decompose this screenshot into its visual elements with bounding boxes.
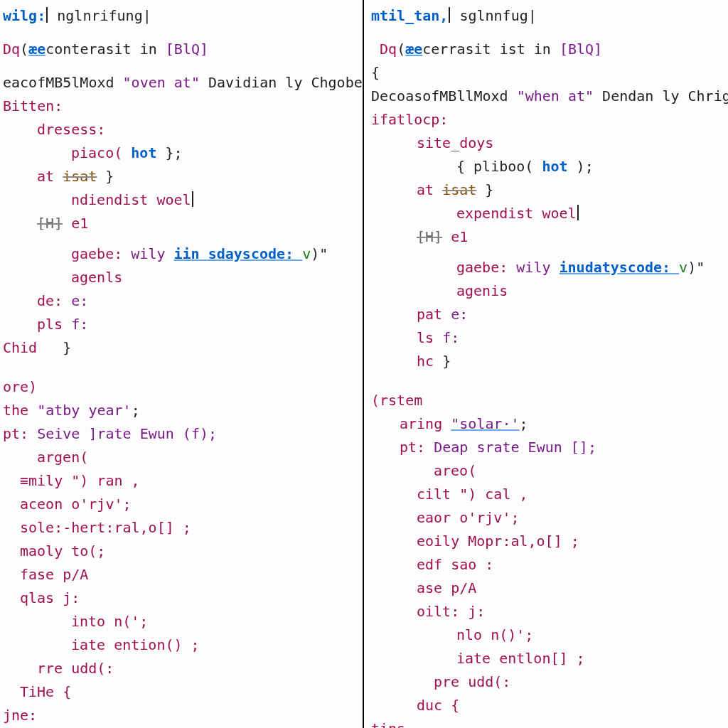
tok: de: [37, 292, 71, 309]
tok: aceon o'rjv'; [20, 496, 132, 513]
tok: )" [687, 259, 705, 276]
decl-keyword: Dq [380, 41, 397, 58]
path-a: DecoasofMBllMoxd [371, 87, 517, 105]
tok: at [37, 168, 63, 185]
code-line: agenls [3, 266, 360, 289]
tok: f: [442, 329, 459, 346]
tok: e1 [71, 215, 88, 232]
tok: eoily Mopr:al,o[] ; [417, 532, 579, 550]
link-token[interactable]: æe [28, 41, 46, 58]
code-line: nlo n()'; [371, 623, 725, 647]
link-token[interactable]: inudatyscode: [560, 259, 680, 276]
code-line: jne: [3, 704, 360, 727]
sect2-label: dresess: [3, 121, 105, 138]
cursor-icon [46, 7, 48, 23]
path-a: eacofMB5lMoxd [3, 74, 123, 91]
title-keyword: wilg: [3, 7, 46, 24]
decl-box: [BlQ] [560, 41, 602, 58]
code-line: duc { [371, 694, 725, 717]
decl-mid: conterasit in [46, 41, 166, 58]
diff-pane-right[interactable]: mtil_tan, sglnnfug| Dq(æecerrasit ist in… [364, 0, 728, 728]
tok: v [679, 259, 687, 276]
code-line: pt: Seive ]rate Ewun (f); [3, 422, 360, 446]
code-line: cilt ") cal , [371, 483, 725, 506]
code-line: sole:-hert:ral,o[] ; [3, 516, 360, 540]
title-rest: sglnnfug| [451, 7, 536, 24]
tok: pt: [400, 439, 434, 456]
tok: ); [568, 158, 594, 175]
tok: duc { [417, 697, 459, 714]
code-line: gaebe: wily inudatyscode: v)" [371, 256, 725, 279]
sect1-label: ifatlocp: [371, 111, 448, 128]
code-line: ore) [3, 375, 360, 399]
title-rest: nglnrifung| [48, 7, 151, 24]
tok: "atby year' [37, 402, 131, 419]
tok: [H] [417, 228, 442, 245]
code-line: pre udd(: [371, 670, 725, 694]
tok: ore) [3, 378, 37, 395]
code-line: agenis [371, 279, 725, 303]
code-line: expendist woel [371, 202, 725, 225]
tok: qlas j: [20, 589, 80, 606]
link-token[interactable]: æe [405, 41, 422, 58]
tok [442, 228, 451, 245]
code-line: fase p/A [3, 563, 360, 587]
tok: into n('; [71, 613, 148, 630]
diff-pane-left[interactable]: wilg: nglnrifung| Dq(æeconterasit in [Bl… [0, 0, 364, 728]
tok: hot [131, 144, 156, 161]
section-1: Bitten: [3, 95, 360, 118]
code-line: iate entlon[] ; [371, 647, 725, 670]
code-line: argen( [3, 446, 360, 469]
tok: agenis [456, 282, 508, 299]
code-line: (rstem [371, 389, 725, 412]
tok: (rstem [371, 392, 422, 409]
code-line: ndiendist woel [3, 188, 360, 212]
tok: ≡mily ") ran , [20, 472, 140, 489]
tok: agenls [71, 269, 122, 286]
tok: sole:-hert:ral,o[] ; [20, 519, 191, 536]
tok: ls [417, 329, 442, 346]
section-2: site_doys [371, 132, 725, 155]
tok: maoly to(; [20, 542, 105, 560]
tok: )" [311, 245, 328, 262]
tok: "solar·' [451, 415, 519, 432]
code-line: [H] e1[H] e1 [371, 225, 725, 249]
code-line: pls f: [3, 313, 360, 336]
code-line: Chid } [3, 336, 360, 360]
tok: [H] [37, 215, 63, 232]
tok: the [3, 402, 37, 419]
tok: ndiendist woel [71, 191, 191, 208]
code-line: rre udd(: [3, 657, 360, 680]
code-line: hc } [371, 350, 725, 373]
tok: hot [542, 158, 567, 175]
tok: piaco( [71, 144, 131, 161]
decl-box: [BlQ] [166, 41, 208, 58]
code-line: areo( [371, 459, 725, 483]
code-line: pat e: [371, 303, 725, 326]
tok: jne: [3, 707, 37, 724]
code-line: iate ention() ; [3, 633, 360, 657]
tok: Chid [3, 339, 37, 356]
code-line: at isat } [371, 178, 725, 202]
tok: at [417, 181, 442, 198]
tok: } [97, 168, 114, 185]
code-line: piaco( hot }; [3, 141, 360, 165]
tok: pls [37, 316, 71, 333]
tok: rre udd(: [37, 660, 114, 677]
code-line: ase p/A [371, 577, 725, 600]
tok: pat [417, 306, 451, 323]
tok: tins [371, 720, 405, 728]
tok: e: [71, 292, 88, 309]
tok: expendist woel [456, 205, 577, 222]
tok: cilt ") cal , [417, 486, 528, 503]
tok: aring [400, 415, 451, 432]
cursor-icon [577, 205, 579, 220]
tok: nlo n()'; [456, 626, 533, 643]
code-line: the "atby year'; [3, 399, 360, 422]
paren: ( [20, 41, 28, 58]
code-line: de: e: [3, 289, 360, 313]
code-line: eoily Mopr:al,o[] ; [371, 530, 725, 553]
code-line: aceon o'rjv'; [3, 493, 360, 516]
link-token[interactable]: iin sdayscode: [174, 245, 303, 262]
code-line: edf sao : [371, 553, 725, 577]
